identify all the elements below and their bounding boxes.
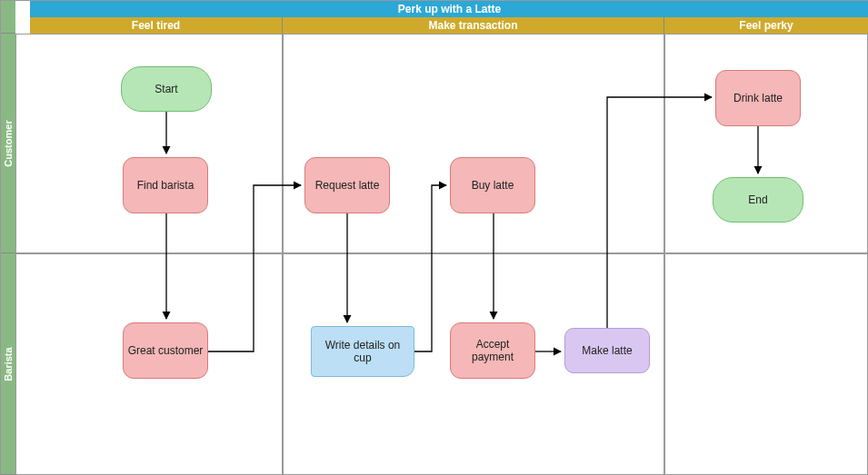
cell <box>283 34 664 253</box>
node-write-details[interactable]: Write details on cup <box>311 326 414 377</box>
diagram-title: Perk up with a Latte <box>30 1 868 17</box>
edge-make-drink <box>607 97 712 328</box>
node-great-customer[interactable]: Great customer <box>123 322 208 379</box>
node-accept-payment[interactable]: Accept payment <box>450 322 535 379</box>
lane-corner <box>1 1 15 34</box>
swimlane-diagram: Perk up with a Latte Feel tired Make tra… <box>0 0 868 475</box>
node-make-latte[interactable]: Make latte <box>564 328 650 373</box>
node-start[interactable]: Start <box>121 66 212 112</box>
node-end[interactable]: End <box>713 177 803 223</box>
edge-write-buy <box>414 185 446 351</box>
node-find-barista[interactable]: Find barista <box>123 157 208 213</box>
phase-make-transaction: Make transaction <box>283 17 664 34</box>
lane-customer: Customer <box>1 34 15 253</box>
node-request-latte[interactable]: Request latte <box>304 157 390 213</box>
edge-great-request <box>208 185 301 351</box>
phase-feel-perky: Feel perky <box>664 17 868 34</box>
node-drink-latte[interactable]: Drink latte <box>715 70 801 126</box>
phase-feel-tired: Feel tired <box>30 17 283 34</box>
lane-barista: Barista <box>1 253 15 475</box>
cell <box>664 253 868 475</box>
node-buy-latte[interactable]: Buy latte <box>450 157 535 213</box>
